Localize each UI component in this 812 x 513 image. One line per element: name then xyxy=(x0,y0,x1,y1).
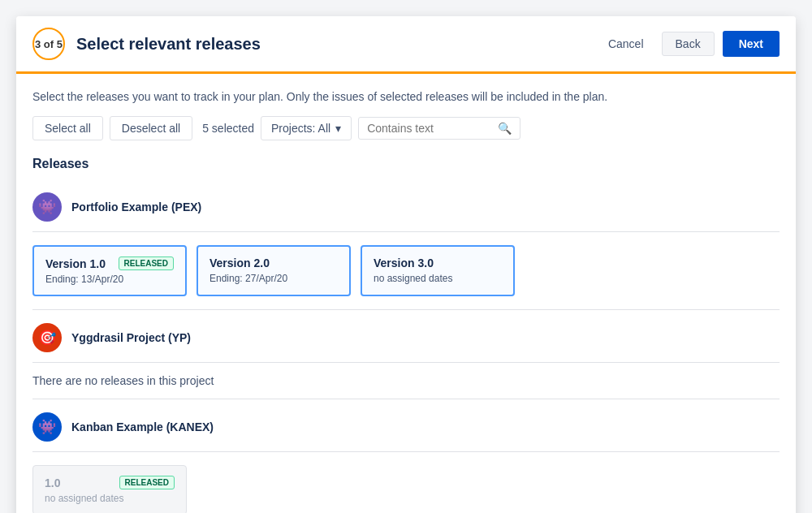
project-avatar-kanex: 👾 xyxy=(32,412,62,442)
project-group-pex: 👾Portfolio Example (PEX)Version 1.0RELEA… xyxy=(32,183,780,310)
release-card-kanex-0: 1.0RELEASEDno assigned dates xyxy=(32,465,187,513)
release-card-header-pex-0: Version 1.0RELEASED xyxy=(45,256,174,270)
release-date-pex-0: Ending: 13/Apr/20 xyxy=(45,274,174,285)
releases-grid-kanex: 1.0RELEASEDno assigned dates xyxy=(32,452,780,513)
search-box[interactable]: 🔍 xyxy=(358,117,520,140)
release-version-pex-0: Version 1.0 xyxy=(45,257,106,270)
project-group-yp: 🎯Yggdrasil Project (YP)There are no rele… xyxy=(32,313,780,399)
release-date-pex-2: no assigned dates xyxy=(374,273,502,284)
projects-label: Projects: All xyxy=(271,122,330,135)
step-badge: 3 of 5 xyxy=(32,28,65,60)
next-button[interactable]: Next xyxy=(723,31,780,57)
release-version-kanex-0: 1.0 xyxy=(45,476,60,489)
back-button[interactable]: Back xyxy=(662,32,715,56)
release-card-header-pex-1: Version 2.0 xyxy=(209,256,338,269)
project-header-pex: 👾Portfolio Example (PEX) xyxy=(32,183,780,232)
projects-dropdown[interactable]: Projects: All ▾ xyxy=(261,116,352,140)
project-name-pex: Portfolio Example (PEX) xyxy=(71,200,201,213)
projects-container: 👾Portfolio Example (PEX)Version 1.0RELEA… xyxy=(32,183,780,513)
cancel-button[interactable]: Cancel xyxy=(598,32,654,55)
modal-header: 3 of 5 Select relevant releases Cancel B… xyxy=(16,16,796,74)
project-avatar-yp: 🎯 xyxy=(32,323,62,352)
releases-grid-pex: Version 1.0RELEASEDEnding: 13/Apr/20Vers… xyxy=(32,232,780,310)
release-card-pex-2[interactable]: Version 3.0no assigned dates xyxy=(361,245,515,296)
select-all-button[interactable]: Select all xyxy=(32,116,103,140)
release-card-pex-1[interactable]: Version 2.0Ending: 27/Apr/20 xyxy=(197,245,351,296)
release-date-pex-1: Ending: 27/Apr/20 xyxy=(209,273,338,284)
project-header-kanex: 👾Kanban Example (KANEX) xyxy=(32,403,780,452)
search-input[interactable] xyxy=(367,122,493,135)
toolbar: Select all Deselect all 5 selected Proje… xyxy=(32,116,780,140)
description-text: Select the releases you want to track in… xyxy=(32,90,780,103)
search-icon: 🔍 xyxy=(498,122,512,135)
project-group-kanex: 👾Kanban Example (KANEX)1.0RELEASEDno ass… xyxy=(32,403,780,513)
project-name-yp: Yggdrasil Project (YP) xyxy=(71,331,191,344)
release-card-header-pex-2: Version 3.0 xyxy=(374,256,502,269)
release-card-header-kanex-0: 1.0RELEASED xyxy=(45,476,175,489)
step-text: 3 of 5 xyxy=(35,38,63,50)
release-version-pex-2: Version 3.0 xyxy=(374,256,434,269)
release-badge-kanex-0: RELEASED xyxy=(119,476,175,489)
release-badge-pex-0: RELEASED xyxy=(119,256,174,270)
header-actions: Cancel Back Next xyxy=(598,31,780,57)
project-avatar-pex: 👾 xyxy=(32,192,62,222)
project-name-kanex: Kanban Example (KANEX) xyxy=(71,420,214,433)
release-version-pex-1: Version 2.0 xyxy=(209,256,270,269)
chevron-down-icon: ▾ xyxy=(335,122,341,135)
page-title: Select relevant releases xyxy=(76,35,598,54)
section-title: Releases xyxy=(32,157,780,171)
modal-container: 3 of 5 Select relevant releases Cancel B… xyxy=(16,16,796,513)
deselect-all-button[interactable]: Deselect all xyxy=(110,116,192,140)
project-header-yp: 🎯Yggdrasil Project (YP) xyxy=(32,313,780,363)
modal-content: Select the releases you want to track in… xyxy=(16,74,796,513)
release-card-pex-0[interactable]: Version 1.0RELEASEDEnding: 13/Apr/20 xyxy=(32,245,187,296)
no-releases-yp: There are no releases in this project xyxy=(32,363,780,399)
selected-count: 5 selected xyxy=(202,122,254,135)
release-date-kanex-0: no assigned dates xyxy=(45,493,175,504)
